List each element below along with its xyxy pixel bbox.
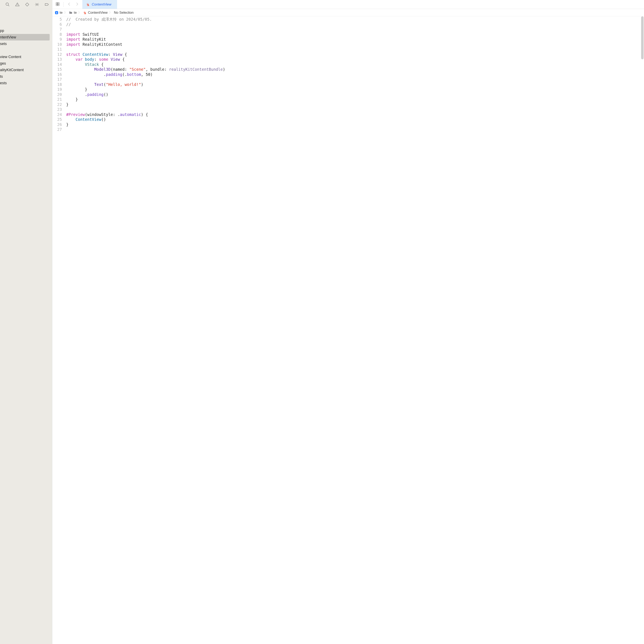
svg-line-9 [36, 3, 36, 4]
svg-line-10 [38, 5, 38, 6]
svg-rect-18 [58, 2, 59, 4]
chevron-right-icon: 〉 [64, 11, 68, 15]
find-navigator-icon[interactable] [5, 2, 10, 7]
jump-bar[interactable]: te 〉 te 〉 ContentView 〉 No Selection [52, 9, 644, 16]
jump-seg-symbol[interactable]: No Selection [114, 11, 133, 15]
svg-point-6 [36, 4, 38, 5]
navigator-sidebar: ppntentViewsetsview ContentgesalityKitCo… [0, 0, 52, 644]
svg-rect-17 [56, 2, 58, 4]
code-content[interactable]: // Created by 成澤木怜 on 2024/05/05.// impo… [65, 16, 644, 644]
tabbar-controls [52, 0, 82, 9]
jump-seg-folder[interactable]: te [69, 11, 77, 15]
project-tree-item[interactable]: pp [0, 27, 52, 34]
related-items-icon[interactable] [56, 2, 60, 7]
svg-line-1 [8, 5, 9, 6]
project-tree-item[interactable] [0, 47, 52, 54]
jump-seg-project[interactable]: te [55, 11, 63, 15]
app-icon [55, 11, 58, 15]
svg-rect-19 [56, 4, 58, 6]
svg-point-0 [6, 3, 9, 5]
scrollbar-thumb[interactable] [641, 16, 644, 59]
nav-back-icon[interactable] [67, 2, 71, 7]
jump-label: te [74, 11, 77, 15]
project-tree-item[interactable]: ts [0, 73, 52, 80]
project-tree-item[interactable]: ntentView [0, 34, 50, 40]
jump-label: ContentView [88, 11, 107, 15]
svg-line-11 [36, 5, 36, 6]
nav-forward-icon[interactable] [75, 2, 79, 7]
editor-tabbar: ContentView [52, 0, 644, 9]
source-editor[interactable]: 5678910111213141516171819202122232425262… [52, 16, 644, 644]
navigator-toolbar [0, 0, 52, 9]
project-tree-item[interactable]: sets [0, 40, 52, 47]
test-navigator-icon[interactable] [25, 2, 29, 7]
chevron-right-icon: 〉 [109, 11, 113, 15]
line-number-gutter: 5678910111213141516171819202122232425262… [52, 16, 65, 644]
debug-navigator-icon[interactable] [35, 2, 39, 7]
scrollbar-track[interactable] [641, 16, 644, 644]
project-tree-item[interactable]: view Content [0, 54, 52, 60]
app-root: ppntentViewsetsview ContentgesalityKitCo… [0, 0, 644, 644]
swift-file-icon [86, 3, 90, 6]
issue-navigator-icon[interactable] [15, 2, 20, 7]
folder-icon [69, 11, 73, 15]
editor-area: ContentView te 〉 te 〉 ContentView 〉 No S… [52, 0, 644, 644]
svg-rect-20 [58, 4, 59, 6]
jump-label: te [60, 11, 63, 15]
project-tree[interactable]: ppntentViewsetsview ContentgesalityKitCo… [0, 9, 52, 86]
project-tree-item[interactable]: alityKitContent [0, 67, 52, 73]
editor-tab[interactable]: ContentView [82, 0, 117, 9]
project-tree-item[interactable]: ges [0, 60, 52, 67]
svg-line-12 [38, 3, 38, 4]
separator [63, 2, 64, 7]
tab-title: ContentView [92, 2, 111, 7]
breakpoint-navigator-icon[interactable] [45, 2, 49, 7]
jump-label: No Selection [114, 11, 133, 15]
swift-file-icon [83, 11, 87, 15]
project-tree-item[interactable]: ests [0, 80, 52, 86]
svg-marker-5 [26, 3, 29, 6]
jump-seg-file[interactable]: ContentView [83, 11, 107, 15]
chevron-right-icon: 〉 [78, 11, 82, 15]
